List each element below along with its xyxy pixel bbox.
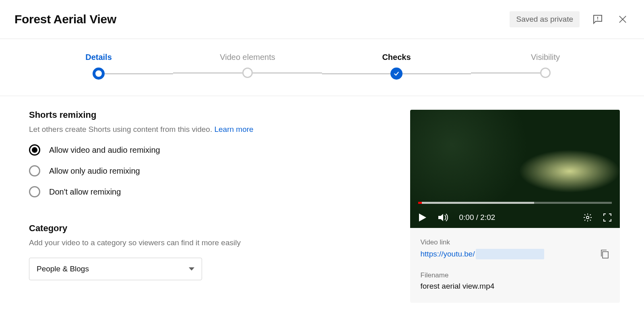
player-controls: 0:00 / 2:02 — [418, 213, 612, 222]
video-link[interactable]: https://youtu.be/ — [421, 249, 544, 259]
progress-played — [418, 202, 422, 204]
play-icon[interactable] — [418, 213, 427, 222]
fullscreen-icon[interactable] — [603, 213, 612, 222]
radio-selected-icon — [29, 144, 40, 156]
svg-marker-5 — [419, 213, 426, 222]
chevron-down-icon — [189, 267, 194, 271]
volume-icon[interactable] — [438, 213, 449, 222]
remix-option-video-audio[interactable]: Allow video and audio remixing — [29, 144, 386, 156]
category-desc: Add your video to a category so viewers … — [29, 238, 386, 247]
close-icon[interactable] — [616, 12, 630, 26]
category-dropdown[interactable]: People & Blogs — [29, 258, 202, 280]
step-visibility[interactable]: Visibility — [471, 53, 620, 78]
upload-stepper: Details Video elements Checks Visibili — [0, 39, 644, 96]
settings-gear-icon[interactable] — [583, 213, 592, 222]
step-dot-icon — [242, 68, 253, 78]
radio-label: Allow only audio remixing — [49, 166, 140, 176]
step-dot-check-icon — [390, 68, 402, 80]
body: Shorts remixing Let others create Shorts… — [0, 96, 644, 303]
shorts-desc-text: Let others create Shorts using content f… — [29, 125, 214, 133]
step-label: Details — [85, 53, 112, 62]
step-label: Visibility — [531, 53, 560, 62]
step-checks[interactable]: Checks — [322, 53, 471, 80]
radio-label: Don't allow remixing — [49, 187, 121, 197]
remix-option-none[interactable]: Don't allow remixing — [29, 186, 386, 197]
right-column: 0:00 / 2:02 Video link — [410, 110, 620, 303]
svg-marker-6 — [438, 214, 443, 221]
shorts-desc: Let others create Shorts using content f… — [29, 125, 386, 134]
radio-label: Allow video and audio remixing — [49, 146, 160, 155]
filename-label: Filename — [421, 271, 609, 279]
feedback-icon[interactable] — [591, 12, 605, 26]
step-dot-icon — [540, 68, 551, 78]
filename-value: forest aerial view.mp4 — [421, 282, 609, 291]
header-actions: Saved as private — [510, 11, 630, 27]
learn-more-link[interactable]: Learn more — [214, 125, 253, 133]
progress-bar[interactable] — [418, 202, 612, 204]
copy-link-icon[interactable] — [600, 249, 609, 259]
step-label: Checks — [382, 53, 411, 62]
dialog-header: Forest Aerial View Saved as private — [0, 0, 644, 39]
dropdown-selected: People & Blogs — [37, 265, 89, 273]
shorts-title: Shorts remixing — [29, 110, 386, 120]
radio-unselected-icon — [29, 165, 40, 176]
svg-marker-4 — [189, 267, 194, 271]
svg-rect-8 — [603, 252, 608, 258]
video-link-label: Video link — [421, 238, 609, 246]
progress-buffer — [418, 202, 535, 204]
left-column: Shorts remixing Let others create Shorts… — [29, 110, 386, 303]
playback-time: 0:00 / 2:02 — [459, 213, 495, 222]
save-status-badge: Saved as private — [510, 11, 580, 27]
video-link-prefix: https://youtu.be/ — [421, 250, 475, 259]
video-preview[interactable]: 0:00 / 2:02 — [410, 110, 620, 228]
video-link-id-redacted — [476, 249, 544, 259]
step-video-elements[interactable]: Video elements — [173, 53, 322, 78]
video-meta-panel: Video link https://youtu.be/ Filename fo… — [410, 228, 620, 303]
page-title: Forest Aerial View — [14, 12, 116, 26]
svg-point-1 — [597, 20, 598, 21]
svg-point-7 — [586, 216, 589, 219]
radio-unselected-icon — [29, 186, 40, 197]
step-details[interactable]: Details — [24, 53, 173, 80]
step-dot-active-icon — [93, 68, 105, 80]
category-title: Category — [29, 223, 386, 234]
remix-option-audio-only[interactable]: Allow only audio remixing — [29, 165, 386, 176]
step-label: Video elements — [220, 53, 275, 62]
